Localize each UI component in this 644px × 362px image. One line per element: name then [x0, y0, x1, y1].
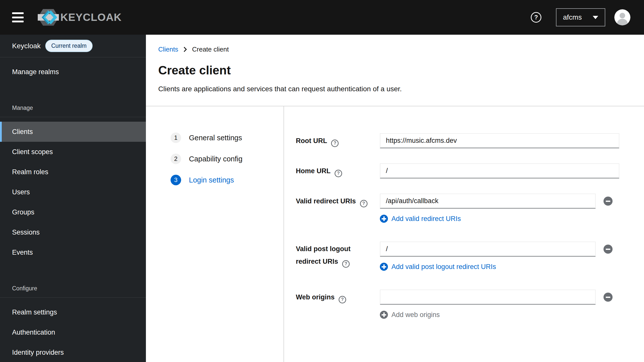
web-origins-label: Web origins	[296, 290, 380, 320]
current-realm-badge: Current realm	[45, 40, 93, 52]
product-name: Keycloak	[12, 42, 41, 50]
keycloak-logo[interactable]: KEYCLOAK	[38, 8, 122, 27]
main-content: Clients Create client Create client Clie…	[146, 35, 644, 362]
valid-redirect-uri-input[interactable]	[380, 194, 596, 209]
sidebar-item-realm-roles[interactable]: Realm roles	[0, 162, 146, 182]
question-circle-icon[interactable]	[342, 260, 350, 268]
hamburger-menu-icon[interactable]	[12, 12, 24, 22]
form-row-home-url: Home URL	[296, 163, 644, 178]
question-circle-icon[interactable]	[331, 140, 339, 147]
topbar-right-group: afcms	[531, 8, 630, 26]
chevron-down-icon	[593, 16, 598, 19]
form-row-web-origins: Web origins Add web origins	[296, 290, 644, 320]
sidebar-item-groups[interactable]: Groups	[0, 202, 146, 222]
root-url-label: Root URL	[296, 133, 380, 148]
valid-post-logout-redirect-uris-label: Valid post logout redirect URIs	[296, 242, 380, 272]
add-valid-post-logout-redirect-uris-button[interactable]: Add valid post logout redirect URIs	[380, 262, 496, 272]
wizard: 1 General settings 2 Capability config 3…	[146, 106, 644, 362]
step-number-circle: 1	[171, 132, 181, 143]
question-circle-icon[interactable]	[335, 170, 342, 177]
sidebar-item-clients[interactable]: Clients	[0, 122, 146, 142]
step-number-circle: 3	[171, 175, 181, 185]
breadcrumb-chevron-icon	[183, 47, 187, 52]
form-row-valid-post-logout-redirect-uris: Valid post logout redirect URIs Add vali…	[296, 242, 644, 272]
step-number-circle: 2	[171, 154, 181, 164]
root-url-input[interactable]	[380, 133, 619, 148]
breadcrumb: Clients Create client	[158, 46, 644, 53]
remove-web-origin-button[interactable]	[603, 293, 613, 302]
page-title: Create client	[158, 64, 644, 76]
sidebar-realm-header: Keycloak Current realm	[0, 35, 146, 57]
sidebar-item-users[interactable]: Users	[0, 182, 146, 202]
sidebar: Keycloak Current realm Manage realms Man…	[0, 35, 146, 362]
sidebar-item-sessions[interactable]: Sessions	[0, 222, 146, 242]
question-circle-icon[interactable]	[360, 200, 368, 207]
keycloak-hexagon-icon	[38, 8, 59, 27]
step-label: Login settings	[189, 176, 234, 184]
realm-switcher-dropdown[interactable]: afcms	[556, 8, 605, 26]
step-label: General settings	[189, 134, 242, 142]
sidebar-item-events[interactable]: Events	[0, 242, 146, 262]
step-label: Capability config	[189, 155, 243, 163]
plus-circle-icon	[380, 215, 388, 223]
plus-circle-icon	[380, 263, 388, 271]
help-icon[interactable]	[531, 12, 541, 23]
breadcrumb-link-clients[interactable]: Clients	[158, 46, 178, 53]
sidebar-section-heading-manage: Manage	[0, 103, 146, 113]
valid-post-logout-redirect-uri-input[interactable]	[380, 242, 596, 257]
question-circle-icon[interactable]	[339, 296, 346, 303]
realm-switcher-label: afcms	[563, 13, 582, 21]
wizard-nav: 1 General settings 2 Capability config 3…	[146, 106, 284, 362]
remove-post-logout-redirect-uri-button[interactable]	[603, 245, 613, 254]
sidebar-item-identity-providers[interactable]: Identity providers	[0, 342, 146, 362]
form-row-valid-redirect-uris: Valid redirect URIs Add valid redirect U…	[296, 194, 644, 224]
brand-wordmark: KEYCLOAK	[60, 11, 122, 23]
valid-redirect-uris-label: Valid redirect URIs	[296, 194, 380, 224]
breadcrumb-current: Create client	[192, 46, 229, 53]
sidebar-divider	[0, 117, 146, 117]
sidebar-item-manage-realms[interactable]: Manage realms	[0, 62, 146, 82]
sidebar-item-authentication[interactable]: Authentication	[0, 322, 146, 342]
wizard-step-login-settings[interactable]: 3 Login settings	[171, 175, 284, 185]
sidebar-section-heading-configure: Configure	[0, 284, 146, 293]
add-valid-redirect-uris-button[interactable]: Add valid redirect URIs	[380, 214, 461, 224]
web-origins-input[interactable]	[380, 290, 596, 305]
sidebar-divider	[0, 297, 146, 298]
add-web-origins-button: Add web origins	[380, 310, 440, 320]
remove-redirect-uri-button[interactable]	[603, 197, 613, 206]
home-url-label: Home URL	[296, 163, 380, 178]
page-description: Clients are applications and services th…	[158, 84, 644, 94]
plus-circle-icon	[380, 311, 388, 319]
form-row-root-url: Root URL	[296, 133, 644, 148]
page-header: Clients Create client Create client Clie…	[146, 35, 644, 94]
wizard-step-capability-config[interactable]: 2 Capability config	[171, 154, 284, 164]
home-url-input[interactable]	[380, 163, 619, 178]
login-settings-form: Root URL Home URL	[284, 106, 644, 362]
sidebar-item-client-scopes[interactable]: Client scopes	[0, 142, 146, 162]
avatar[interactable]	[614, 9, 630, 25]
wizard-step-general-settings[interactable]: 1 General settings	[171, 132, 284, 143]
sidebar-item-realm-settings[interactable]: Realm settings	[0, 302, 146, 322]
top-bar: KEYCLOAK afcms	[0, 0, 644, 35]
